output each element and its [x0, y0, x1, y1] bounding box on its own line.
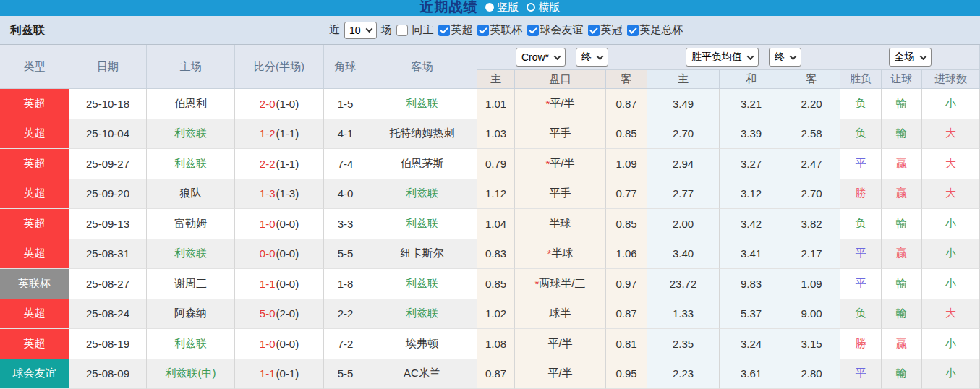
subcol-avg-away: 客: [783, 70, 840, 89]
home-team-cell: 伯恩利: [147, 89, 235, 119]
handicap-line: 平/半: [547, 367, 572, 380]
avg-draw: 3.27: [720, 149, 783, 179]
away-team: 利兹联: [406, 97, 438, 111]
result-handicap: 輸: [882, 209, 922, 239]
result-wdl: 平: [840, 149, 882, 179]
avg-home: 2.23: [647, 359, 720, 389]
odds-away: 0.87: [606, 299, 647, 330]
away-team: 纽卡斯尔: [401, 247, 444, 260]
fulltime-score: 1-3: [260, 187, 276, 200]
result-handicap: 贏: [882, 239, 922, 270]
subcol-result-goals: 进球数: [922, 70, 980, 89]
score-cell: 1-1 (0-0): [235, 269, 324, 299]
result-wdl: 勝: [840, 329, 882, 359]
match-date: 25-09-13: [69, 209, 147, 239]
bookmaker-select[interactable]: Crow*: [516, 48, 566, 67]
away-team: 利兹联: [406, 307, 438, 320]
away-team-cell: AC米兰: [367, 359, 477, 389]
match-date: 25-10-04: [69, 119, 147, 150]
layout-radio-vertical[interactable]: 竖版: [485, 1, 519, 14]
avg-draw: 3.21: [720, 89, 783, 119]
layout-radio-horizontal[interactable]: 横版: [527, 1, 561, 14]
home-team-cell: 利兹联: [147, 329, 235, 359]
score-cell: 1-3 (1-3): [235, 179, 324, 210]
result-goals: 小: [922, 269, 980, 299]
topbar: 近期战绩 竖版 横版: [0, 0, 980, 16]
odds-home: 1.04: [477, 209, 515, 239]
odds-home: 0.83: [477, 239, 515, 270]
fulltime-score: 2-0: [260, 98, 276, 110]
subcol-avg-home: 主: [647, 70, 720, 89]
away-team-cell: 埃弗顿: [367, 329, 477, 359]
handicap-cell: 平手: [515, 119, 606, 150]
match-count-select[interactable]: 10: [344, 22, 377, 39]
result-wdl: 平: [840, 269, 882, 299]
away-team-cell: 利兹联: [367, 269, 477, 299]
halftime-score: (1-1): [276, 158, 299, 170]
avg-time-value: 终: [775, 51, 785, 64]
score-cell: 2-0 (1-0): [235, 89, 324, 119]
handicap-line: 平手: [550, 127, 571, 140]
avg-draw: 5.37: [720, 299, 783, 330]
home-team-cell: 谢周三: [147, 269, 235, 299]
home-team: 利兹联: [174, 337, 207, 351]
avg-home: 3.49: [647, 89, 720, 119]
scope-group-header: 全场: [840, 45, 980, 70]
avg-select[interactable]: 胜平负均值: [686, 48, 759, 67]
col-header-corner: 角球: [324, 45, 367, 89]
league-checkbox-0[interactable]: [438, 25, 450, 36]
avg-away: 2.17: [783, 239, 840, 270]
odds-home: 1.08: [477, 329, 515, 359]
league-checkbox-3[interactable]: [588, 25, 600, 36]
league-checkbox-4[interactable]: [627, 25, 639, 36]
home-team-cell: 富勒姆: [147, 209, 235, 239]
home-team: 伯恩利: [174, 97, 207, 111]
avg-home: 2.35: [647, 329, 720, 359]
result-handicap: 輸: [882, 299, 922, 330]
corner-count: 7-2: [324, 329, 367, 359]
radio-horizontal-label: 横版: [539, 1, 561, 14]
avg-draw: 3.41: [720, 239, 783, 270]
chevron-down-icon: [790, 53, 797, 60]
corner-count: 1-8: [324, 269, 367, 299]
match-date: 25-08-24: [69, 299, 147, 330]
home-team-cell: 利兹联: [147, 119, 235, 150]
corner-count: 5-5: [324, 239, 367, 270]
result-wdl: 平: [840, 239, 882, 270]
scope-select[interactable]: 全场: [889, 48, 932, 67]
home-team-cell: 利兹联: [147, 149, 235, 179]
same-home-checkbox[interactable]: [396, 25, 408, 36]
games-label: 场: [381, 23, 392, 37]
chevron-down-icon: [747, 53, 754, 60]
corner-count: 5-5: [324, 359, 367, 389]
halftime-score: (0-0): [276, 278, 299, 290]
odds-group-header: Crow* 终: [477, 45, 647, 70]
away-team: 利兹联: [406, 217, 438, 231]
corner-count: 4-1: [324, 119, 367, 150]
radio-vertical-label: 竖版: [498, 1, 519, 14]
away-team: 托特纳姆热刺: [390, 127, 455, 140]
subcol-avg-draw: 和: [720, 70, 783, 89]
result-goals: 大: [922, 119, 980, 150]
col-header-away: 客场: [367, 45, 477, 89]
avg-away: 1.09: [783, 269, 840, 299]
score-cell: 1-0 (0-0): [235, 209, 324, 239]
avg-home: 3.40: [647, 239, 720, 270]
col-header-type: 类型: [0, 45, 69, 89]
odds-away: 0.97: [606, 269, 647, 299]
odds-home: 1.02: [477, 299, 515, 330]
corner-count: 2-2: [324, 299, 367, 330]
fulltime-score: 2-2: [260, 158, 276, 170]
league-label-4: 英足总杯: [640, 23, 683, 37]
odds-away: 1.09: [606, 149, 647, 179]
odds-time-select[interactable]: 终: [576, 48, 608, 67]
league-checkbox-2[interactable]: [527, 25, 539, 36]
away-team: 利兹联: [406, 277, 438, 291]
subcol-odds-handicap: 盘口: [515, 70, 606, 89]
result-goals: 小: [922, 239, 980, 270]
league-checkbox-1[interactable]: [477, 25, 489, 36]
result-goals: 小: [922, 329, 980, 359]
away-team-cell: 利兹联: [367, 209, 477, 239]
avg-time-select[interactable]: 终: [769, 48, 801, 67]
odds-away: 0.85: [606, 119, 647, 150]
